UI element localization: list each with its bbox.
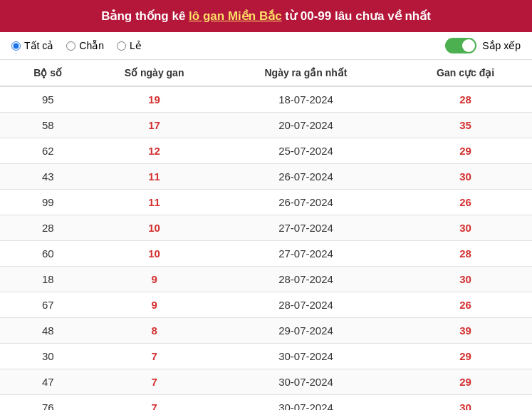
cell-so-ngay: 10 — [95, 215, 212, 241]
data-table: Bộ số Số ngày gan Ngày ra gần nhất Gan c… — [0, 60, 532, 410]
cell-gan-cuc: 30 — [399, 395, 532, 411]
cell-so-ngay: 9 — [95, 267, 212, 292]
table-row: 621225-07-202429 — [0, 138, 532, 164]
filter-chan[interactable]: Chẵn — [66, 40, 104, 51]
cell-so-ngay: 19 — [95, 86, 212, 113]
cell-gan-cuc: 39 — [399, 318, 532, 344]
table-row: 18928-07-202430 — [0, 267, 532, 292]
cell-so-ngay: 11 — [95, 190, 212, 215]
filter-group: Tất cả Chẵn Lẻ — [11, 40, 142, 51]
cell-bo-so: 60 — [0, 241, 95, 267]
cell-so-ngay: 11 — [95, 164, 212, 190]
header-prefix: Bảng thống kê — [101, 9, 189, 23]
table-row: 76730-07-202430 — [0, 395, 532, 411]
sort-label: Sắp xếp — [482, 40, 521, 51]
cell-bo-so: 18 — [0, 267, 95, 292]
cell-gan-cuc: 28 — [399, 241, 532, 267]
cell-so-ngay: 10 — [95, 241, 212, 267]
cell-gan-cuc: 29 — [399, 344, 532, 369]
cell-bo-so: 95 — [0, 86, 95, 113]
cell-so-ngay: 7 — [95, 369, 212, 395]
cell-so-ngay: 12 — [95, 138, 212, 164]
cell-so-ngay: 7 — [95, 395, 212, 411]
table-row: 30730-07-202429 — [0, 344, 532, 369]
cell-so-ngay: 8 — [95, 318, 212, 344]
cell-ngay-ra: 30-07-2024 — [213, 395, 399, 411]
cell-gan-cuc: 26 — [399, 190, 532, 215]
sort-toggle-area[interactable]: Sắp xếp — [445, 38, 521, 53]
cell-ngay-ra: 18-07-2024 — [213, 86, 399, 113]
table-row: 281027-07-202430 — [0, 215, 532, 241]
table-row: 991126-07-202426 — [0, 190, 532, 215]
cell-ngay-ra: 28-07-2024 — [213, 267, 399, 292]
table-row: 67928-07-202426 — [0, 292, 532, 318]
cell-bo-so: 99 — [0, 190, 95, 215]
sort-toggle[interactable] — [445, 38, 476, 53]
col-header-gan-cuc: Gan cực đại — [399, 60, 532, 86]
cell-gan-cuc: 30 — [399, 215, 532, 241]
cell-ngay-ra: 30-07-2024 — [213, 344, 399, 369]
cell-bo-so: 67 — [0, 292, 95, 318]
table-header-row: Bộ số Số ngày gan Ngày ra gần nhất Gan c… — [0, 60, 532, 86]
table-row: 951918-07-202428 — [0, 86, 532, 113]
cell-bo-so: 76 — [0, 395, 95, 411]
cell-ngay-ra: 29-07-2024 — [213, 318, 399, 344]
cell-gan-cuc: 28 — [399, 86, 532, 113]
cell-ngay-ra: 25-07-2024 — [213, 138, 399, 164]
col-header-so-ngay: Số ngày gan — [95, 60, 212, 86]
cell-ngay-ra: 27-07-2024 — [213, 241, 399, 267]
table-row: 47730-07-202429 — [0, 369, 532, 395]
cell-bo-so: 58 — [0, 113, 95, 138]
cell-bo-so: 30 — [0, 344, 95, 369]
cell-gan-cuc: 29 — [399, 138, 532, 164]
cell-ngay-ra: 28-07-2024 — [213, 292, 399, 318]
cell-bo-so: 62 — [0, 138, 95, 164]
cell-ngay-ra: 27-07-2024 — [213, 215, 399, 241]
cell-ngay-ra: 26-07-2024 — [213, 164, 399, 190]
table-row: 48829-07-202439 — [0, 318, 532, 344]
cell-bo-so: 47 — [0, 369, 95, 395]
cell-ngay-ra: 20-07-2024 — [213, 113, 399, 138]
cell-gan-cuc: 30 — [399, 164, 532, 190]
cell-so-ngay: 9 — [95, 292, 212, 318]
filter-tat-ca[interactable]: Tất cả — [11, 40, 53, 51]
cell-gan-cuc: 35 — [399, 113, 532, 138]
cell-gan-cuc: 26 — [399, 292, 532, 318]
table-row: 581720-07-202435 — [0, 113, 532, 138]
cell-gan-cuc: 29 — [399, 369, 532, 395]
cell-so-ngay: 7 — [95, 344, 212, 369]
header-highlight: lô gan Miền Bắc — [189, 9, 282, 23]
cell-ngay-ra: 30-07-2024 — [213, 369, 399, 395]
cell-bo-so: 28 — [0, 215, 95, 241]
cell-gan-cuc: 30 — [399, 267, 532, 292]
col-header-bo-so: Bộ số — [0, 60, 95, 86]
cell-so-ngay: 17 — [95, 113, 212, 138]
cell-ngay-ra: 26-07-2024 — [213, 190, 399, 215]
cell-bo-so: 43 — [0, 164, 95, 190]
header: Bảng thống kê lô gan Miền Bắc từ 00-99 l… — [0, 0, 532, 32]
filter-le[interactable]: Lẻ — [117, 40, 142, 51]
table-row: 601027-07-202428 — [0, 241, 532, 267]
cell-bo-so: 48 — [0, 318, 95, 344]
header-suffix: từ 00-99 lâu chưa về nhất — [282, 9, 431, 23]
col-header-ngay-ra: Ngày ra gần nhất — [213, 60, 399, 86]
table-row: 431126-07-202430 — [0, 164, 532, 190]
